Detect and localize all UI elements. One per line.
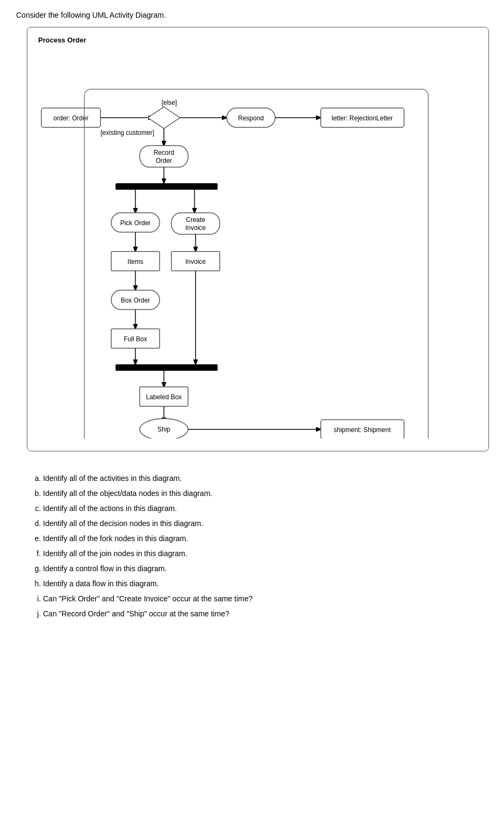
svg-rect-17 [116, 183, 218, 190]
svg-text:[else]: [else] [162, 99, 177, 106]
svg-text:Pick Order: Pick Order [120, 219, 151, 227]
svg-rect-39 [116, 364, 218, 371]
svg-text:Items: Items [127, 258, 143, 265]
svg-text:order: Order: order: Order [53, 114, 88, 122]
question-item: Identify all of the object/data nodes in… [43, 486, 488, 501]
question-item: Can "Record Order" and "Ship" occur at t… [43, 606, 488, 621]
question-item: Identify all of the join nodes in this d… [43, 546, 488, 561]
svg-text:Invoice: Invoice [185, 258, 206, 265]
svg-text:Respond: Respond [238, 114, 264, 122]
svg-text:Record: Record [154, 149, 175, 156]
diagram-title: Process Order [36, 36, 480, 44]
svg-text:shipment: Shipment: shipment: Shipment [334, 426, 391, 434]
svg-text:Create: Create [186, 216, 205, 224]
svg-text:[existing customer]: [existing customer] [100, 129, 154, 136]
svg-text:letter: RejectionLetter: letter: RejectionLetter [332, 114, 393, 122]
diagram-svg: order: Order [else] Respond letter: Reje… [36, 52, 480, 440]
question-item: Identify all of the activities in this d… [43, 471, 488, 486]
svg-text:Labeled Box: Labeled Box [146, 393, 182, 401]
svg-marker-3 [148, 107, 180, 128]
question-item: Identify all of the actions in this diag… [43, 501, 488, 516]
question-item: Identify a data flow in this diagram. [43, 576, 488, 591]
svg-text:Box Order: Box Order [121, 297, 150, 304]
svg-text:Ship: Ship [157, 426, 170, 433]
question-item: Can "Pick Order" and "Create Invoice" oc… [43, 591, 488, 606]
questions-section: Identify all of the activities in this d… [27, 471, 488, 621]
question-item: Identify a control flow in this diagram. [43, 561, 488, 576]
svg-text:Invoice: Invoice [185, 224, 206, 232]
question-item: Identify all of the fork nodes in this d… [43, 531, 488, 546]
svg-text:Full Box: Full Box [124, 335, 147, 343]
question-item: Identify all of the decision nodes in th… [43, 516, 488, 531]
svg-text:Order: Order [156, 157, 172, 164]
diagram-container: Process Order order: Order [else] Respon… [27, 27, 489, 451]
intro-text: Consider the following UML Activity Diag… [16, 11, 488, 19]
questions-list: Identify all of the activities in this d… [27, 471, 488, 621]
